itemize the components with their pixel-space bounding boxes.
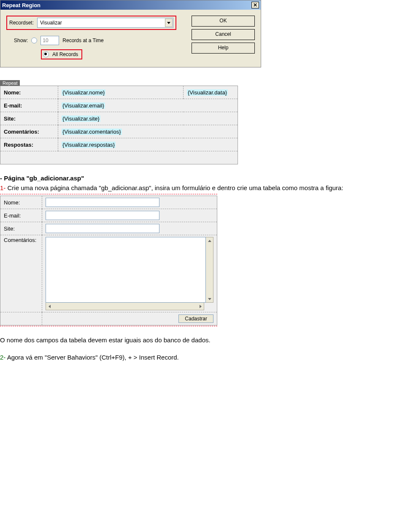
section-heading: - Página "gb_adicionar.asp" [0,175,405,182]
records-count-input[interactable]: 10 [40,36,59,45]
records-at-a-time-label: Records at a Time [62,38,103,43]
show-label: Show: [14,38,28,43]
form-region-top [0,194,217,195]
recordset-combo[interactable]: Visualizar [37,18,173,28]
grid-label: Nome: [0,86,58,99]
placeholder-value: Visualizar.comentarios [62,129,122,135]
empty-row [0,151,238,164]
table-row: Nome: [0,196,217,209]
scroll-right-icon[interactable] [197,303,204,310]
show-row: Show: 10 Records at a Time [6,36,176,45]
form-label: Nome: [0,196,42,209]
grid-cell: Visualizar.nome [58,86,184,99]
placeholder-value: Visualizar.email [62,102,105,109]
table-row [0,151,238,164]
scroll-down-icon[interactable] [206,296,213,302]
scroll-left-icon[interactable] [46,303,53,310]
help-button[interactable]: Help [192,43,255,54]
table-row: Cadastrar [0,312,217,325]
show-count-radio[interactable] [31,38,37,43]
dialog-titlebar: Repeat Region ✕ [0,0,261,10]
chevron-down-icon[interactable] [165,19,173,27]
step-number: 1- [0,184,5,191]
all-records-label: All Records [52,51,78,57]
table-row: E-mail: [0,209,217,222]
placeholder-value: Visualizar.data [187,89,228,96]
grid-cell: Visualizar.respostas [58,138,238,151]
recordset-row: Recordset: Visualizar [6,16,176,30]
grid-label: Site: [0,112,58,125]
table-row: Site: [0,222,217,235]
form-label: Comentários: [0,235,42,312]
comentarios-textarea[interactable] [46,237,206,303]
form-input-cell [42,222,217,235]
horizontal-scrollbar[interactable] [46,303,204,310]
ok-button[interactable]: OK [192,16,255,27]
all-records-radio[interactable] [43,51,49,57]
placeholder-value: Visualizar.nome [62,89,105,96]
table-row: Respostas: Visualizar.respostas [0,138,238,151]
form-region-bottom [0,325,217,326]
form-input-cell [42,235,217,312]
grid-label: Comentários: [0,125,58,138]
table-row: E-mail: Visualizar.email [0,99,238,112]
cancel-button[interactable]: Cancel [192,29,255,40]
dialog-title: Repeat Region [2,2,251,8]
grid-label: E-mail: [0,99,58,112]
recordset-value: Visualizar [38,20,65,26]
grid-label: Respostas: [0,138,58,151]
table-row: Comentários: Visualizar.comentarios [0,125,238,138]
form-label: Site: [0,222,42,235]
all-records-row: All Records [41,49,82,59]
repeat-tab-label: Repeat [0,80,20,86]
grid-cell: Visualizar.email [58,99,238,112]
empty-cell [0,312,42,325]
grid-cell: Visualizar.data [184,86,238,99]
form-grid: Nome: E-mail: Site: Comentários: [0,196,217,325]
grid-cell: Visualizar.site [58,112,238,125]
repeat-region-dialog: Repeat Region ✕ Recordset: Visualizar Sh… [0,0,261,67]
site-input[interactable] [46,224,159,233]
placeholder-value: Visualizar.site [62,116,100,122]
submit-cell: Cadastrar [42,312,217,325]
table-row: Nome: Visualizar.nome Visualizar.data [0,86,238,99]
table-row: Comentários: [0,235,217,312]
repeat-region-grid: Nome: Visualizar.nome Visualizar.data E-… [0,86,238,164]
form-input-cell [42,209,217,222]
email-input[interactable] [46,211,159,220]
close-icon[interactable]: ✕ [251,2,259,8]
step-number: 2- [0,354,5,361]
cadastrar-button[interactable]: Cadastrar [178,314,213,323]
form-input-cell [42,196,217,209]
form-label: E-mail: [0,209,42,222]
step-2-text: 2- Agora vá em "Server Bahaviors" (Ctrl+… [0,354,405,361]
recordset-label: Recordset: [9,20,34,26]
footer-line-1: O nome dos campos da tabela devem estar … [0,336,405,344]
scroll-up-icon[interactable] [206,237,213,244]
nome-input[interactable] [46,198,159,207]
placeholder-value: Visualizar.respostas [62,142,116,148]
grid-cell: Visualizar.comentarios [58,125,238,138]
table-row: Site: Visualizar.site [0,112,238,125]
step-1-text: 1- Crie uma nova página chamada "gb_adic… [0,184,405,191]
vertical-scrollbar[interactable] [206,237,213,303]
